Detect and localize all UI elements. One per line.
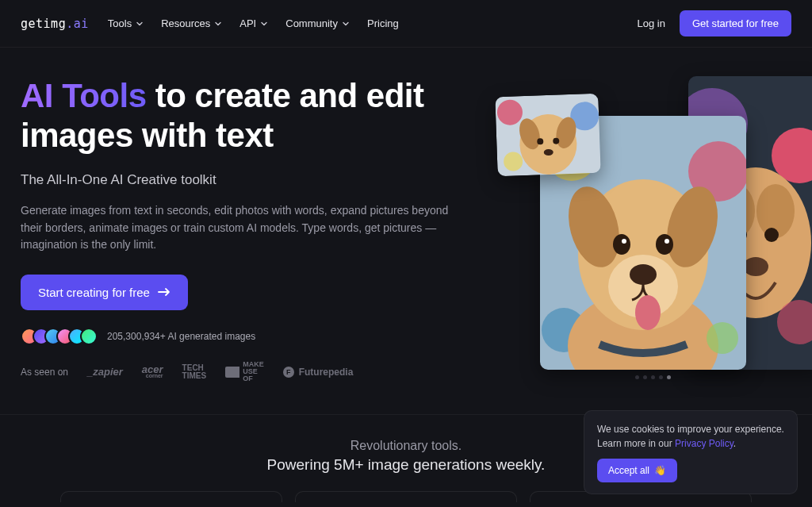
start-creating-button[interactable]: Start creating for free: [21, 275, 188, 310]
makeuseof-logo: MAKE USE OF: [225, 361, 264, 382]
chevron-down-icon: [260, 20, 268, 28]
carousel-dot[interactable]: [659, 375, 663, 379]
svg-point-26: [707, 322, 738, 354]
nav-left: getimg.ai Tools Resources API Community …: [21, 17, 399, 31]
svg-point-20: [613, 234, 630, 255]
hero-section: AI Tools to create and edit images with …: [0, 48, 812, 382]
cookie-banner: We use cookies to improve your experienc…: [584, 410, 798, 494]
acer-sub: corner: [146, 374, 163, 378]
makeuseof-bar-icon: [225, 367, 239, 378]
hero-left: AI Tools to create and edit images with …: [21, 76, 481, 382]
futurepedia-logo: F Futurepedia: [283, 367, 354, 378]
nav-item-tools[interactable]: Tools: [108, 17, 144, 29]
accept-cookies-button[interactable]: Accept all 👋: [597, 459, 677, 482]
brand-logo[interactable]: getimg.ai: [21, 17, 89, 31]
brand-dot: .: [66, 17, 74, 31]
m3: OF: [243, 375, 264, 382]
nav-item-pricing[interactable]: Pricing: [367, 17, 399, 29]
chevron-down-icon: [342, 20, 350, 28]
nav-item-api[interactable]: API: [239, 17, 268, 29]
feature-card[interactable]: [60, 491, 282, 502]
svg-point-21: [656, 234, 673, 255]
brand-suffix: ai: [74, 17, 89, 31]
futurepedia-icon: F: [283, 367, 294, 378]
seen-label: As seen on: [21, 367, 68, 378]
privacy-policy-link[interactable]: Privacy Policy: [675, 438, 733, 449]
techtimes-logo: TECH TIMES: [182, 364, 207, 380]
nav-right: Log in Get started for free: [637, 10, 791, 36]
nav-item-community[interactable]: Community: [285, 17, 350, 29]
brand-prefix: getimg: [21, 17, 66, 31]
tech2: TIMES: [182, 372, 207, 380]
hero-title: AI Tools to create and edit images with …: [21, 76, 481, 155]
fut-text: Futurepedia: [299, 367, 354, 378]
carousel-dot[interactable]: [635, 375, 639, 379]
nav-label: Pricing: [367, 17, 399, 29]
hero-title-gradient: AI Tools: [21, 77, 147, 114]
hero-subtitle: The All-In-One AI Creative toolkit: [21, 172, 481, 188]
svg-point-23: [665, 239, 669, 244]
carousel-dot[interactable]: [651, 375, 655, 379]
nav-label: API: [239, 17, 256, 29]
as-seen-on-row: As seen on _zapier acer corner TECH TIME…: [21, 361, 481, 382]
cta-label: Start creating for free: [38, 286, 150, 299]
arrow-right-icon: [158, 286, 170, 299]
stats-text: 205,300,934+ AI generated images: [107, 331, 255, 342]
cookie-text2: .: [733, 438, 736, 449]
hero-gallery: [496, 76, 791, 382]
make-text: MAKE USE OF: [243, 361, 264, 382]
cookie-btn-label: Accept all: [608, 465, 649, 476]
carousel-dot-active[interactable]: [667, 375, 671, 379]
svg-point-24: [630, 264, 657, 285]
carousel-dots[interactable]: [635, 375, 671, 379]
navbar: getimg.ai Tools Resources API Community …: [0, 0, 812, 48]
wave-emoji-icon: 👋: [654, 465, 666, 476]
hero-description: Generate images from text in seconds, ed…: [21, 202, 465, 254]
feature-card[interactable]: [295, 491, 517, 502]
get-started-button[interactable]: Get started for free: [680, 10, 791, 36]
nav-label: Tools: [108, 17, 132, 29]
login-link[interactable]: Log in: [637, 17, 665, 29]
svg-point-7: [764, 228, 779, 242]
avatar: [80, 328, 98, 345]
svg-point-25: [635, 295, 661, 330]
chevron-down-icon: [136, 20, 144, 28]
zapier-logo: _zapier: [87, 366, 123, 378]
carousel-dot[interactable]: [643, 375, 647, 379]
svg-point-8: [743, 257, 768, 276]
cookie-text: We use cookies to improve your experienc…: [597, 424, 784, 449]
nav-item-resources[interactable]: Resources: [161, 17, 222, 29]
gallery-image-small: [495, 94, 600, 176]
nav-label: Resources: [161, 17, 210, 29]
nav-label: Community: [285, 17, 338, 29]
nav-links: Tools Resources API Community Pricing: [108, 17, 399, 29]
chevron-down-icon: [214, 20, 222, 28]
acer-logo: acer corner: [142, 365, 163, 379]
svg-point-22: [622, 239, 626, 244]
social-proof-row: 205,300,934+ AI generated images: [21, 328, 481, 345]
avatar-stack: [21, 328, 98, 345]
